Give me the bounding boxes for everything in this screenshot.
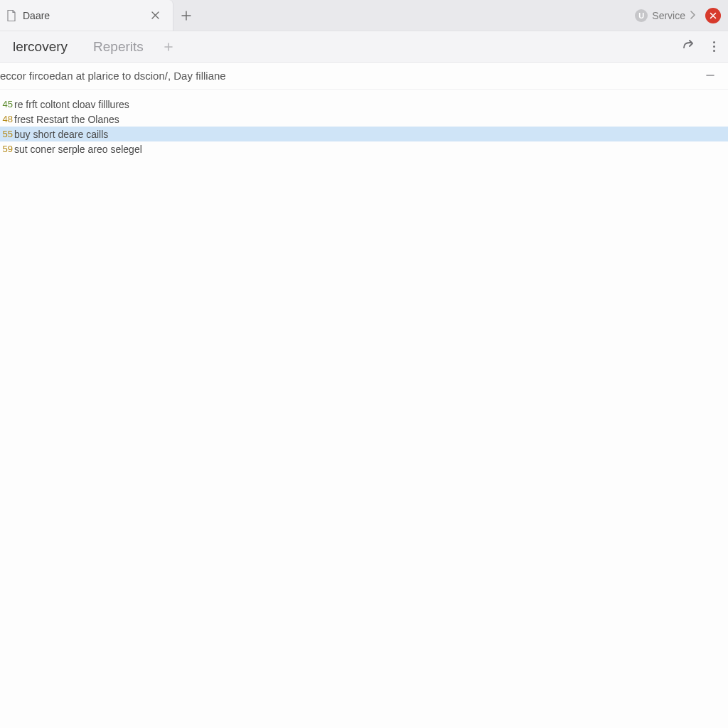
collapse-button[interactable] [701, 68, 719, 84]
window-close-button[interactable] [705, 8, 721, 23]
line-number: 48 [0, 114, 13, 124]
doc-tab-label: lercovery [13, 39, 68, 55]
list-body: 45re frft coltont cloav filllures48frest… [0, 90, 728, 156]
chevron-right-icon [690, 10, 695, 21]
line-number: 45 [0, 99, 13, 109]
plus-icon [164, 42, 173, 52]
list-item[interactable]: 45re frft coltont cloav filllures [0, 97, 728, 112]
service-label: Service [652, 10, 685, 21]
line-number: 59 [0, 144, 13, 154]
list-item[interactable]: 48frest Restart the Olanes [0, 112, 728, 127]
more-menu-button[interactable] [709, 37, 719, 56]
window-tab[interactable]: Daare [0, 0, 173, 31]
doc-tabstrip: lercovery Reperits [0, 31, 728, 63]
list-item[interactable]: 59sut coner serple areo selegel [0, 141, 728, 156]
titlebar-right: U Service [632, 0, 728, 31]
add-doc-tab-button[interactable] [156, 35, 181, 59]
document-icon [6, 10, 17, 21]
titlebar: Daare U Service [0, 0, 728, 31]
doc-tab-label: Reperits [93, 39, 144, 55]
doc-tab-recovery[interactable]: lercovery [0, 31, 80, 62]
list-item[interactable]: 55buy short deare caills [0, 127, 728, 141]
kebab-dot [713, 50, 715, 52]
line-text: frest Restart the Olanes [14, 114, 119, 125]
new-tab-button[interactable] [173, 0, 199, 31]
window-tab-title: Daare [23, 10, 50, 21]
doc-tabstrip-right [682, 37, 728, 56]
kebab-dot [713, 46, 715, 48]
close-icon [151, 11, 159, 19]
line-number: 55 [0, 129, 13, 139]
doc-tab-reperits[interactable]: Reperits [80, 31, 156, 62]
close-icon [710, 12, 717, 19]
line-text: sut coner serple areo selegel [14, 144, 142, 155]
forward-icon[interactable] [682, 40, 696, 54]
line-text: re frft coltont cloav filllures [14, 99, 129, 110]
service-chip[interactable]: U Service [632, 6, 698, 25]
kebab-dot [713, 41, 715, 43]
plus-icon [181, 11, 191, 21]
doc-title: eccor fircoedan at plarice to dscion/, D… [0, 70, 226, 82]
service-badge-icon: U [635, 9, 648, 22]
minus-icon [705, 70, 715, 80]
close-tab-button[interactable] [147, 8, 163, 23]
line-text: buy short deare caills [14, 129, 108, 140]
doc-header: eccor fircoedan at plarice to dscion/, D… [0, 63, 728, 90]
